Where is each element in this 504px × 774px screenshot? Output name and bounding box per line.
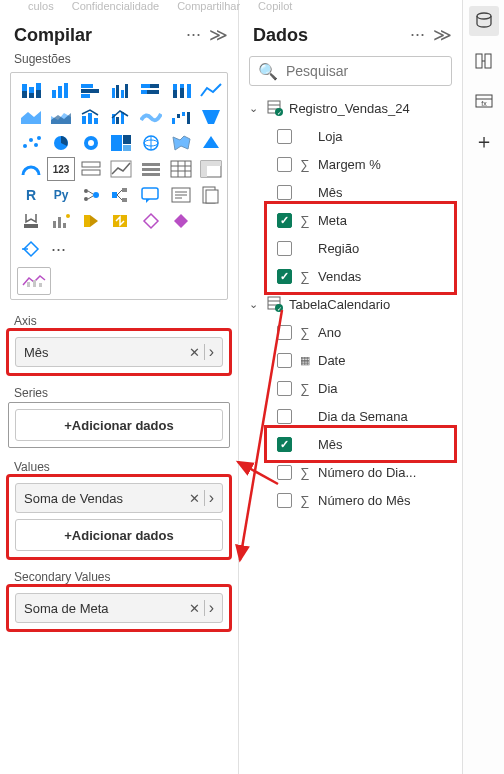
expand-icon[interactable]: ≫ — [209, 24, 228, 46]
dax-view-icon[interactable]: fx — [469, 86, 499, 116]
funnel-icon[interactable] — [197, 105, 225, 129]
stacked-bar-icon[interactable] — [17, 79, 45, 103]
stacked-col2-icon[interactable] — [167, 79, 195, 103]
decomp-icon[interactable] — [107, 183, 135, 207]
checkbox[interactable] — [277, 409, 292, 424]
checkbox[interactable]: ✓ — [277, 437, 292, 452]
add-data-button[interactable]: +Adicionar dados — [15, 519, 223, 551]
automate-icon[interactable] — [107, 209, 135, 233]
powerapps-icon[interactable] — [77, 209, 105, 233]
values-field-pill[interactable]: Soma de Vendas ✕ › — [15, 483, 223, 513]
scatter-icon[interactable] — [17, 131, 45, 155]
sparkline-icon[interactable] — [47, 209, 75, 233]
field-row[interactable]: Dia da Semana — [247, 402, 458, 430]
field-row[interactable]: ∑Margem % — [247, 150, 458, 178]
field-row[interactable]: ✓∑Vendas — [269, 262, 452, 290]
add-data-button[interactable]: +Adicionar dados — [15, 409, 223, 441]
get-more-icon[interactable] — [17, 237, 45, 261]
field-row[interactable]: ✓Mês — [269, 430, 452, 458]
expand-icon[interactable]: › — [209, 599, 214, 617]
azure-map-icon[interactable] — [197, 131, 225, 155]
table-node[interactable]: ⌄ ✓ TabelaCalendario — [247, 290, 458, 318]
model-view-icon[interactable] — [469, 46, 499, 76]
search-input[interactable] — [284, 62, 463, 80]
area-icon[interactable] — [17, 105, 45, 129]
checkbox[interactable] — [277, 129, 292, 144]
checkbox[interactable] — [277, 465, 292, 480]
kpi-icon[interactable] — [107, 157, 135, 181]
checkbox[interactable] — [277, 353, 292, 368]
data-view-icon[interactable] — [469, 6, 499, 36]
values-well[interactable]: Soma de Vendas ✕ › +Adicionar dados — [8, 476, 230, 558]
waterfall-icon[interactable] — [167, 105, 195, 129]
chevron-down-icon[interactable]: ⌄ — [249, 102, 261, 115]
remove-icon[interactable]: ✕ — [189, 491, 200, 506]
checkbox[interactable] — [277, 185, 292, 200]
py-visual-icon[interactable]: Py — [47, 183, 75, 207]
custom2-icon[interactable] — [167, 209, 195, 233]
chevron-down-icon[interactable]: ⌄ — [249, 298, 261, 311]
expand-icon[interactable]: › — [209, 343, 214, 361]
multirow-icon[interactable] — [77, 157, 105, 181]
field-row[interactable]: ∑Ano — [247, 318, 458, 346]
field-row[interactable]: ✓∑Meta — [269, 206, 452, 234]
selected-viz-thumb[interactable] — [17, 267, 51, 295]
filled-map-icon[interactable] — [167, 131, 195, 155]
area2-icon[interactable] — [47, 105, 75, 129]
field-row[interactable]: ∑Número do Dia... — [247, 458, 458, 486]
combo2-icon[interactable] — [107, 105, 135, 129]
custom1-icon[interactable] — [137, 209, 165, 233]
checkbox[interactable]: ✓ — [277, 213, 292, 228]
field-row[interactable]: Loja — [247, 122, 458, 150]
table-icon[interactable] — [167, 157, 195, 181]
field-row[interactable]: ▦Date — [247, 346, 458, 374]
field-row[interactable]: ∑Número do Mês — [247, 486, 458, 514]
r-visual-icon[interactable]: R — [17, 183, 45, 207]
more-icon[interactable]: ··· — [51, 239, 66, 260]
axis-field-pill[interactable]: Mês ✕ › — [15, 337, 223, 367]
series-well[interactable]: +Adicionar dados — [8, 402, 230, 448]
add-icon[interactable]: ＋ — [469, 126, 499, 156]
checkbox[interactable]: ✓ — [277, 269, 292, 284]
paginated-icon[interactable] — [197, 183, 225, 207]
checkbox[interactable] — [277, 325, 292, 340]
stacked-col-icon[interactable] — [47, 79, 75, 103]
ribbon-icon[interactable] — [137, 105, 165, 129]
more-icon[interactable]: ··· — [410, 24, 425, 46]
donut-icon[interactable] — [77, 131, 105, 155]
checkbox[interactable] — [277, 381, 292, 396]
key-influencer-icon[interactable] — [77, 183, 105, 207]
table-node[interactable]: ⌄ ✓ Registro_Vendas_24 — [247, 94, 458, 122]
narrative-icon[interactable] — [167, 183, 195, 207]
clustered-bar-icon[interactable] — [77, 79, 105, 103]
secondary-well[interactable]: Soma de Meta ✕ › — [8, 586, 230, 630]
axis-well[interactable]: Mês ✕ › — [8, 330, 230, 374]
combo1-icon[interactable] — [77, 105, 105, 129]
expand-icon[interactable]: › — [209, 489, 214, 507]
expand-icon[interactable]: ≫ — [433, 24, 452, 46]
line-icon[interactable] — [197, 79, 225, 103]
clustered-col-icon[interactable] — [107, 79, 135, 103]
treemap-icon[interactable] — [107, 131, 135, 155]
secondary-field-pill[interactable]: Soma de Meta ✕ › — [15, 593, 223, 623]
search-box[interactable]: 🔍 — [249, 56, 452, 86]
checkbox[interactable] — [277, 157, 292, 172]
checkbox[interactable] — [277, 493, 292, 508]
remove-icon[interactable]: ✕ — [189, 345, 200, 360]
stacked-bar2-icon[interactable] — [137, 79, 165, 103]
map-icon[interactable] — [137, 131, 165, 155]
slicer-icon[interactable] — [137, 157, 165, 181]
goals-icon[interactable] — [17, 209, 45, 233]
gauge-icon[interactable] — [17, 157, 45, 181]
svg-rect-54 — [82, 170, 100, 175]
matrix-icon[interactable] — [197, 157, 225, 181]
remove-icon[interactable]: ✕ — [189, 601, 200, 616]
qa-icon[interactable] — [137, 183, 165, 207]
card-icon[interactable]: 123 — [47, 157, 75, 181]
checkbox[interactable] — [277, 241, 292, 256]
pie-icon[interactable] — [47, 131, 75, 155]
more-icon[interactable]: ··· — [186, 24, 201, 46]
field-row[interactable]: Mês — [247, 178, 458, 206]
field-row[interactable]: ∑Dia — [247, 374, 458, 402]
field-row[interactable]: Região — [269, 234, 452, 262]
